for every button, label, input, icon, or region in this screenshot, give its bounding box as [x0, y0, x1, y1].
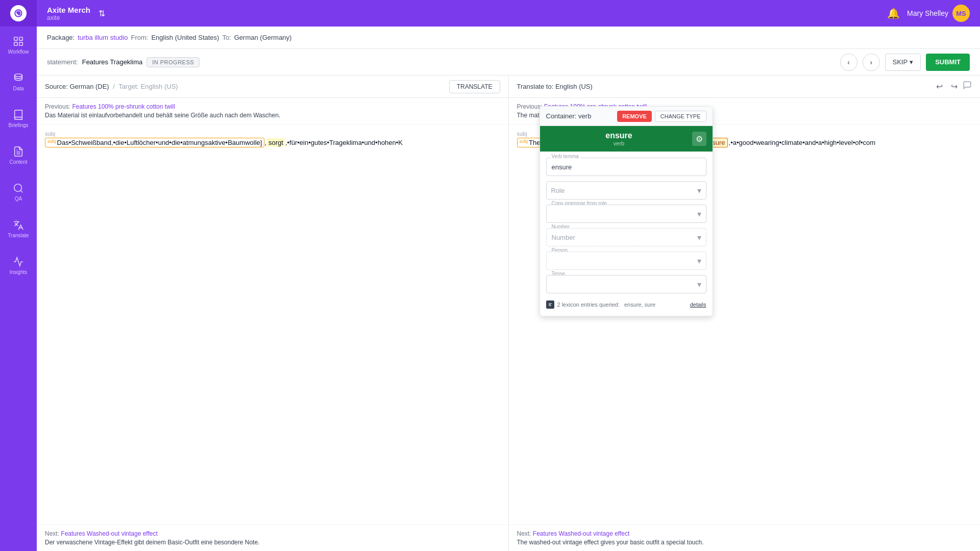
svg-rect-5	[19, 42, 22, 45]
left-prev-label: Previous:	[45, 103, 70, 110]
svg-point-1	[17, 12, 19, 14]
package-bar: Package: turba illum studio From: Englis…	[37, 27, 980, 49]
role-field: Role	[546, 181, 706, 199]
notification-bell-icon[interactable]: 🔔	[887, 7, 900, 19]
source-lang-label: Source: German (DE)	[45, 83, 109, 90]
tense-select[interactable]	[546, 275, 706, 293]
svg-rect-3	[19, 37, 22, 40]
skip-chevron-icon: ▾	[910, 58, 913, 66]
sidebar-item-briefings-label: Briefings	[9, 122, 29, 128]
user-info[interactable]: Mary Shelley MS	[907, 5, 970, 22]
translate-button[interactable]: TRANSLATE	[449, 80, 500, 93]
svg-point-6	[15, 73, 22, 77]
skip-button[interactable]: SKIP ▾	[885, 54, 921, 71]
expand-icon[interactable]: ⇅	[99, 9, 105, 18]
left-prev-link[interactable]: Features 100% pre-shrunk cotton twill	[72, 103, 175, 110]
verb-lemma-input[interactable]	[546, 158, 706, 176]
left-subj-label: subj	[45, 131, 500, 137]
lexicon-info: 2 lexicon entries queried: ensure, sure …	[546, 298, 706, 310]
to-label: To:	[222, 34, 231, 41]
role-input[interactable]	[546, 181, 706, 199]
sidebar-item-workflow[interactable]: Workflow	[0, 27, 37, 63]
user-avatar: MS	[952, 5, 970, 22]
statement-bar: statement: Features Trageklima IN PROGRE…	[37, 49, 980, 76]
person-field: Person	[546, 252, 706, 270]
subj-annotation: subj	[47, 139, 56, 144]
left-next-section: Next: Features Washed-out vintage effect…	[37, 524, 508, 551]
sidebar: Workflow Data Briefings Content QA Trans…	[0, 0, 37, 551]
left-subj-text: Das•Schweißband,•die•Luftlöcher•und•die•…	[57, 139, 262, 146]
sidebar-item-qa[interactable]: QA	[0, 173, 37, 210]
left-verb-highlight: sorgt	[267, 138, 285, 147]
container-popup: Container: verb REMOVE CHANGE TYPE ensur…	[540, 124, 713, 316]
sidebar-item-content[interactable]: Content	[0, 137, 37, 173]
top-header: Axite Merch axite ⇅ 🔔 Mary Shelley MS	[37, 0, 980, 27]
right-sentence-area: subj subj The•sweatband,•the•air•holes•a…	[509, 124, 981, 524]
left-sentence-rest: ,•für•ein•gutes•Trageklima•und•hohen•K	[285, 139, 403, 146]
header-left: Axite Merch axite ⇅	[47, 6, 105, 21]
package-name[interactable]: turba illum studio	[78, 34, 128, 41]
svg-rect-2	[14, 37, 17, 40]
left-prev-text: Das Material ist einlaufvorbehandelt und…	[45, 112, 500, 119]
translate-to-label: Translate to: English (US)	[517, 83, 593, 90]
app-title: Axite Merch	[47, 6, 90, 14]
details-link[interactable]: details	[690, 302, 706, 308]
redo-button[interactable]: ↪	[949, 81, 960, 92]
copy-grammar-select[interactable]	[546, 205, 706, 223]
verb-lemma-field: Verb lemma	[546, 158, 706, 176]
verb-display: ensure verb	[546, 131, 692, 146]
person-select[interactable]	[546, 252, 706, 270]
sidebar-item-briefings[interactable]: Briefings	[0, 100, 37, 137]
role-placeholder: Role	[551, 187, 565, 194]
right-next-text: The washed-out vintage effect gives your…	[517, 539, 972, 546]
main-content: Axite Merch axite ⇅ 🔔 Mary Shelley MS Pa…	[37, 0, 980, 551]
right-next-label: Next:	[517, 530, 531, 537]
comment-button[interactable]	[963, 81, 972, 92]
panel-source-target: Source: German (DE) / Target: English (U…	[45, 83, 178, 90]
right-subj-annotation: subj	[520, 139, 528, 144]
right-panel: Translate to: English (US) ↩ ↪ Previous:…	[509, 76, 981, 551]
sidebar-item-insights-label: Insights	[10, 269, 27, 275]
container-verb-bar: ensure verb ⚙	[540, 126, 713, 152]
app-subtitle: axite	[47, 14, 90, 21]
left-next-label: Next:	[45, 530, 59, 537]
number-field: Number Number	[546, 228, 706, 246]
package-label: Package:	[47, 34, 75, 41]
tense-field: Tense	[546, 275, 706, 293]
verb-word: ensure	[546, 131, 692, 140]
status-badge: IN PROGRESS	[146, 57, 200, 67]
from-value: English (United States)	[151, 34, 219, 41]
undo-redo-controls: ↩ ↪	[934, 81, 960, 92]
left-panel: Source: German (DE) / Target: English (U…	[37, 76, 509, 551]
sidebar-item-translate[interactable]: Translate	[0, 210, 37, 247]
app-logo[interactable]	[0, 0, 37, 27]
left-next-link[interactable]: Features Washed-out vintage effect	[61, 530, 157, 537]
left-panel-header: Source: German (DE) / Target: English (U…	[37, 76, 508, 98]
right-next-link[interactable]: Features Washed-out vintage effect	[533, 530, 629, 537]
target-lang-label: Target: English (US)	[118, 83, 178, 90]
sidebar-item-data-label: Data	[13, 86, 23, 91]
to-value: German (Germany)	[234, 34, 292, 41]
undo-button[interactable]: ↩	[934, 81, 945, 92]
right-next-section: Next: Features Washed-out vintage effect…	[509, 524, 981, 551]
right-prev-label: Previous:	[517, 103, 543, 110]
sidebar-item-translate-label: Translate	[8, 233, 29, 238]
statement-label: statement:	[47, 58, 78, 66]
right-panel-header: Translate to: English (US) ↩ ↪	[509, 76, 981, 98]
prev-nav-button[interactable]: ‹	[840, 54, 857, 71]
svg-point-9	[14, 184, 22, 191]
verb-settings-button[interactable]: ⚙	[692, 132, 706, 146]
sidebar-item-data[interactable]: Data	[0, 63, 37, 100]
lexicon-text: 2 lexicon entries queried: ensure, sure	[557, 302, 656, 308]
left-next-text: Der verwaschene Vintage-Effekt gibt dein…	[45, 539, 500, 546]
submit-button[interactable]: SUBMIT	[926, 54, 970, 71]
verb-pos: verb	[546, 140, 692, 146]
sidebar-item-qa-label: QA	[15, 196, 22, 202]
lexicon-icon	[546, 300, 554, 309]
left-sentence: subj Das•Schweißband,•die•Luftlöcher•und…	[45, 138, 500, 147]
number-select[interactable]: Number	[546, 228, 706, 246]
next-nav-button[interactable]: ›	[863, 54, 880, 71]
sidebar-item-insights[interactable]: Insights	[0, 247, 37, 284]
logo-icon	[10, 5, 27, 21]
sidebar-item-workflow-label: Workflow	[8, 49, 29, 55]
